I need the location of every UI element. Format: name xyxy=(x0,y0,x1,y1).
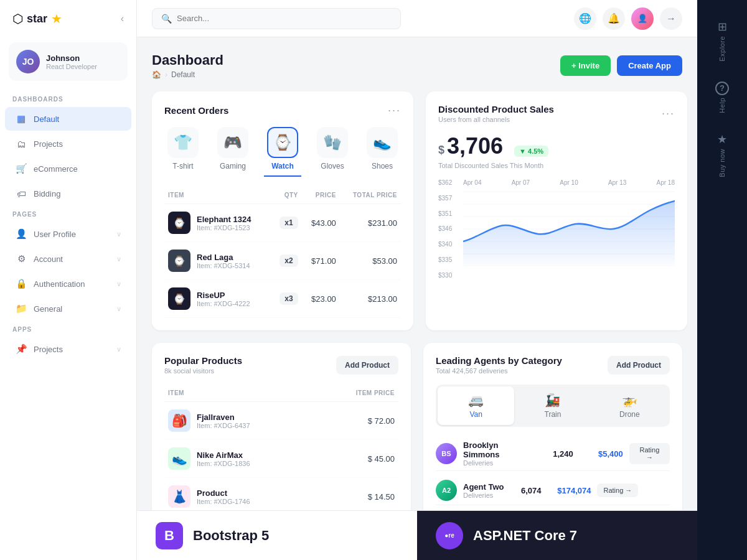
list-item: BS Brooklyn Simmons Deliveries 1,240 $5,… xyxy=(436,437,670,471)
notification-icon-button[interactable]: 🔔 xyxy=(603,7,625,30)
product-price: $ 14.50 xyxy=(368,492,395,502)
drone-tab-label: Drone xyxy=(619,410,640,419)
tshirt-tab-icon: 👕 xyxy=(167,127,199,158)
gaming-tab-icon: 🎮 xyxy=(217,127,248,158)
order-tab-gloves[interactable]: 🧤 Gloves xyxy=(314,127,351,177)
chart-y-label: $362 xyxy=(438,179,452,186)
agent-earnings: $174,074 xyxy=(547,486,591,495)
price: $71.00 xyxy=(311,256,336,266)
sidebar-item-authentication[interactable]: 🔒 Authentication ∨ xyxy=(5,272,131,296)
sales-description: Total Discounted Sales This Month xyxy=(438,162,675,169)
logo-text: star xyxy=(27,12,47,26)
agent-name: Agent Two xyxy=(463,482,504,492)
page-title: Dashboard xyxy=(152,52,223,68)
apps-projects-icon: 📌 xyxy=(15,343,27,355)
right-panel-buy-now[interactable]: ★ Buy now xyxy=(697,123,747,187)
item-name: Elephant 1324 xyxy=(197,215,251,224)
right-panel-help[interactable]: ? Help xyxy=(697,72,747,123)
rating-button[interactable]: Rating → xyxy=(597,483,638,497)
agent-deliveries-label: Deliveries xyxy=(463,492,504,499)
search-bar[interactable]: 🔍 xyxy=(152,8,401,29)
chart-y-label: $346 xyxy=(438,225,452,232)
sidebar-item-label: Default xyxy=(34,114,121,124)
user-card[interactable]: JO Johnson React Developer xyxy=(9,42,128,81)
invite-button[interactable]: + Invite xyxy=(560,55,611,76)
item-name: RiseUP xyxy=(197,291,250,300)
agent-deliveries-count: 6,074 xyxy=(510,486,541,495)
product-price: $ 72.00 xyxy=(368,416,395,426)
total-price: $53.00 xyxy=(372,256,397,266)
qty-badge: x3 xyxy=(280,292,298,305)
home-icon[interactable]: 🏠 xyxy=(152,70,161,79)
agent-tab-van[interactable]: 🚐 Van xyxy=(438,386,514,425)
logo-icon: ⬡ xyxy=(12,11,23,26)
agent-tab-drone[interactable]: 🚁 Drone xyxy=(591,386,668,425)
gloves-tab-label: Gloves xyxy=(321,162,344,170)
sidebar-item-ecommerce[interactable]: 🛒 eCommerce xyxy=(5,157,131,180)
content-area: Dashboard 🏠 › Default + Invite Create Ap… xyxy=(137,37,697,560)
sales-chart: $362 $357 $351 $346 $340 $335 $330 xyxy=(438,179,675,279)
shoes-tab-label: Shoes xyxy=(372,162,393,170)
agent-tabs: 🚐 Van 🚂 Train 🚁 Drone xyxy=(436,385,670,427)
order-tabs: 👕 T-shirt 🎮 Gaming ⌚ Watch 🧤 Gloves xyxy=(164,127,401,177)
buy-now-icon: ★ xyxy=(717,133,727,146)
table-row: ⌚RiseUPItem: #XDG-4222 x3 $23.00 $213.00 xyxy=(164,280,401,318)
create-app-button[interactable]: Create App xyxy=(617,55,682,76)
avatar-initials: JO xyxy=(22,57,34,67)
col-item-price: ITEM PRICE xyxy=(319,385,398,402)
rating-button[interactable]: Rating → xyxy=(629,443,670,464)
order-tab-watch[interactable]: ⌚ Watch xyxy=(264,127,301,177)
arrow-right-icon-button[interactable]: → xyxy=(660,7,682,30)
sidebar-toggle-button[interactable]: ‹ xyxy=(121,13,124,24)
orders-table: ITEM QTY PRICE TOTAL PRICE ⌚Elephant 132… xyxy=(164,187,401,318)
promo-bootstrap: B Bootstrap 5 xyxy=(137,511,417,560)
order-tab-shoes[interactable]: 👟 Shoes xyxy=(364,127,401,177)
sidebar-item-label: General xyxy=(34,304,110,314)
search-icon: 🔍 xyxy=(161,14,172,24)
add-product-button[interactable]: Add Product xyxy=(336,356,398,375)
table-row: 👟Nike AirMaxItem: #XDG-1836 $ 45.00 xyxy=(164,440,398,478)
recent-orders-menu-icon[interactable]: ··· xyxy=(388,104,401,117)
section-title-pages: PAGES xyxy=(0,206,136,222)
sidebar-item-account[interactable]: ⚙ Account ∨ xyxy=(5,247,131,271)
page-header: Dashboard 🏠 › Default + Invite Create Ap… xyxy=(152,52,682,79)
sidebar-item-label: Projects xyxy=(34,345,110,354)
order-tab-gaming[interactable]: 🎮 Gaming xyxy=(214,127,251,177)
sidebar-item-apps-projects[interactable]: 📌 Projects ∨ xyxy=(5,337,131,361)
bootstrap-logo: B xyxy=(156,522,183,549)
sidebar-item-label: Account xyxy=(34,254,110,264)
globe-icon-button[interactable]: 🌐 xyxy=(574,7,596,30)
sidebar-item-bidding[interactable]: 🏷 Bidding xyxy=(5,182,131,205)
leading-agents-subtitle: Total 424,567 deliveries xyxy=(436,367,562,375)
agent-tab-train[interactable]: 🚂 Train xyxy=(514,386,591,425)
van-icon: 🚐 xyxy=(468,393,484,408)
col-qty: QTY xyxy=(271,187,302,204)
sidebar-item-projects[interactable]: 🗂 Projects xyxy=(5,132,131,156)
product-id: Item: #XDG-1836 xyxy=(197,460,250,467)
col-item: ITEM xyxy=(164,187,271,204)
recent-orders-title: Recent Orders xyxy=(164,105,228,116)
order-tab-tshirt[interactable]: 👕 T-shirt xyxy=(164,127,202,177)
right-panel-explore[interactable]: ⊞ Explore xyxy=(697,10,747,72)
gaming-tab-label: Gaming xyxy=(220,162,246,170)
total-price: $213.00 xyxy=(368,294,397,304)
sidebar-item-label: User Profile xyxy=(34,230,110,239)
sidebar-item-default[interactable]: ▦ Default xyxy=(5,107,131,131)
list-item: A2 Agent Two Deliveries 6,074 $174,074 R… xyxy=(436,476,670,505)
sidebar-item-general[interactable]: 📁 General ∨ xyxy=(5,297,131,320)
watch-tab-icon: ⌚ xyxy=(267,127,298,158)
currency-symbol: $ xyxy=(438,144,444,157)
qty-badge: x2 xyxy=(280,254,298,267)
aspnet-text: ASP.NET Core 7 xyxy=(473,528,577,544)
help-icon: ? xyxy=(715,82,729,95)
sidebar-item-user-profile[interactable]: 👤 User Profile ∨ xyxy=(5,222,131,246)
watch-tab-label: Watch xyxy=(271,162,294,170)
top-grid: Recent Orders ··· 👕 T-shirt 🎮 Gaming xyxy=(152,91,682,330)
table-row: 🎒FjallravenItem: #XDG-6437 $ 72.00 xyxy=(164,402,398,440)
topbar-user-avatar[interactable]: 👤 xyxy=(631,7,654,30)
search-input[interactable] xyxy=(177,14,392,23)
add-product-agents-button[interactable]: Add Product xyxy=(608,356,670,375)
col-item: ITEM xyxy=(164,385,319,402)
sales-badge: ▼ 4.5% xyxy=(514,146,548,157)
discounted-sales-menu-icon[interactable]: ··· xyxy=(662,107,675,120)
